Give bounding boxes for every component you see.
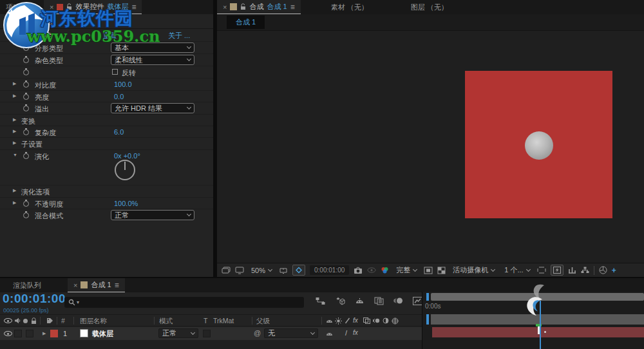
frame-blending-icon[interactable] [374,297,384,305]
stopwatch-icon[interactable] [23,68,29,75]
show-snapshot-eye-icon[interactable] [367,267,376,273]
stopwatch-icon[interactable] [23,56,29,63]
magnification-select[interactable]: 50% [249,265,274,276]
draft-3d-icon[interactable] [335,296,345,305]
close-icon[interactable]: × [73,281,77,289]
twirl-right-icon[interactable]: ▶ [13,140,18,146]
layer-parent-select[interactable]: 无 [264,328,318,338]
mask-visibility-toggle[interactable] [292,265,305,276]
motion-blur-header-icon[interactable] [373,317,380,324]
comp-view-tab[interactable]: 合成 1 [227,15,265,29]
twirl-down-icon[interactable]: ▼ [13,153,18,157]
pick-whip-icon[interactable]: @ [254,329,261,337]
mode-column-header[interactable]: 模式 [159,317,173,326]
twirl-down-icon[interactable]: ▼ [5,32,10,37]
twirl-right-icon[interactable]: ▶ [13,117,18,122]
tab-layer[interactable]: 图层 （无） [405,0,454,14]
overflow-select[interactable]: 允许 HDR 结果 [111,103,194,113]
exposure-offset-value[interactable]: + [612,266,616,275]
solo-column-icon[interactable] [23,319,28,323]
stopwatch-icon[interactable] [23,93,29,100]
video-column-eye-icon[interactable] [4,318,12,323]
quality-header-icon[interactable] [345,317,350,324]
layer-mode-select[interactable]: 正常 [158,328,198,338]
view-layout-select[interactable]: 1 个... [502,265,532,276]
fractal-type-select[interactable]: 基本 [111,42,194,53]
audio-toggle-slot[interactable] [14,330,22,337]
twirl-right-icon[interactable]: ▶ [13,200,18,205]
twirl-right-icon[interactable]: ▶ [13,129,18,134]
evolution-value[interactable]: 0x +0.0° [114,152,140,160]
contrast-value[interactable]: 100.0 [114,80,132,88]
tab-composition[interactable]: × 合成 合成 1 ≡ [217,0,301,14]
brightness-value[interactable]: 0.0 [114,93,124,100]
ruler-grid-icon[interactable] [279,266,288,274]
timeline-button-icon[interactable] [568,267,576,274]
solo-toggle-slot[interactable] [26,330,33,337]
panel-menu-icon[interactable]: ≡ [290,3,295,12]
search-caret-icon[interactable]: ▾ [77,299,79,305]
stopwatch-icon[interactable] [23,152,29,159]
comp-flowchart-icon[interactable] [581,267,589,274]
pixel-aspect-correction-icon[interactable] [537,267,546,274]
opacity-value[interactable]: 100.0% [114,200,138,207]
noise-type-select[interactable]: 柔和线性 [111,55,194,65]
stopwatch-icon[interactable] [23,104,29,111]
active-camera-select[interactable]: 活动摄像机 [450,265,497,276]
preserve-transparency-column-header[interactable]: T [204,317,207,325]
reset-link[interactable]: 重置 [103,31,117,41]
stopwatch-icon[interactable] [23,211,29,218]
current-timecode[interactable]: 0:00:01:00 [3,292,66,306]
layer-name-column-header[interactable]: 图层名称 [80,317,107,326]
invert-checkbox[interactable] [112,69,118,75]
adjustment-layer-header-icon[interactable] [383,317,389,324]
shy-layers-icon[interactable] [355,297,365,305]
panel-menu-icon[interactable]: ≡ [131,3,136,12]
complexity-value[interactable]: 6.0 [114,128,124,136]
viewer-timecode[interactable]: 0:00:01:00 [310,265,349,275]
tab-timeline-comp[interactable]: × 合成 1 ≡ [68,278,125,292]
label-column-tag-icon[interactable] [46,317,53,324]
audio-column-speaker-icon[interactable] [14,317,21,324]
evolution-dial[interactable] [115,160,135,180]
primary-viewer-icon[interactable] [235,267,244,274]
layer-name[interactable]: 载体层 [92,329,113,339]
effect-header-fractal-noise[interactable]: ▼ fx 分形杂色 重置 关于 ... [0,30,213,41]
stopwatch-icon[interactable] [23,128,29,135]
fast-previews-button[interactable] [551,265,564,276]
layer-row-1[interactable]: ▶ 1 载体层 正常 @ 无 / fx [0,327,422,340]
collapse-transformations-header-icon[interactable] [335,317,342,325]
snapshot-camera-icon[interactable] [354,267,363,274]
effects-header-icon[interactable]: fx [353,317,358,324]
layer-visibility-eye-icon[interactable] [4,331,12,336]
close-icon[interactable]: × [223,3,227,11]
composition-canvas[interactable] [217,31,644,263]
close-icon[interactable]: × [50,3,53,11]
adjust-exposure-icon[interactable] [599,266,607,274]
shy-switch-header-icon[interactable] [326,317,333,323]
twirl-right-icon[interactable]: ▶ [13,93,18,99]
trkmat-column-header[interactable]: TrkMat [213,317,234,325]
transparency-grid-icon[interactable] [437,267,446,274]
comp-mini-flowchart-icon[interactable] [316,297,325,305]
tab-footage[interactable]: 素材 （无） [325,0,374,14]
stopwatch-icon[interactable] [23,200,29,207]
channel-rgb-icon[interactable] [381,267,389,274]
moon-noise-circle[interactable] [525,131,553,160]
work-area-start-handle[interactable] [426,314,429,325]
layer-effects-switch[interactable]: fx [353,329,358,336]
motion-blur-icon[interactable] [393,297,403,305]
resolution-select[interactable]: 完整 [393,265,419,276]
tab-effect-controls[interactable]: × 效果控件 载体层 ≡ [44,0,142,14]
about-link[interactable]: 关于 ... [168,31,190,41]
tab-project[interactable]: 项目 [0,0,26,14]
blend-mode-select[interactable]: 正常 [111,210,194,220]
stopwatch-icon[interactable] [23,80,29,88]
layer-shy-switch-icon[interactable] [326,330,333,336]
lock-column-icon[interactable] [31,317,37,325]
navigator-start-handle[interactable] [426,293,429,301]
always-preview-icon[interactable] [222,267,231,274]
layer-quality-switch[interactable]: / [345,329,347,337]
layer-twirl-icon[interactable]: ▶ [43,331,46,336]
panel-menu-icon[interactable]: ≡ [115,281,119,290]
